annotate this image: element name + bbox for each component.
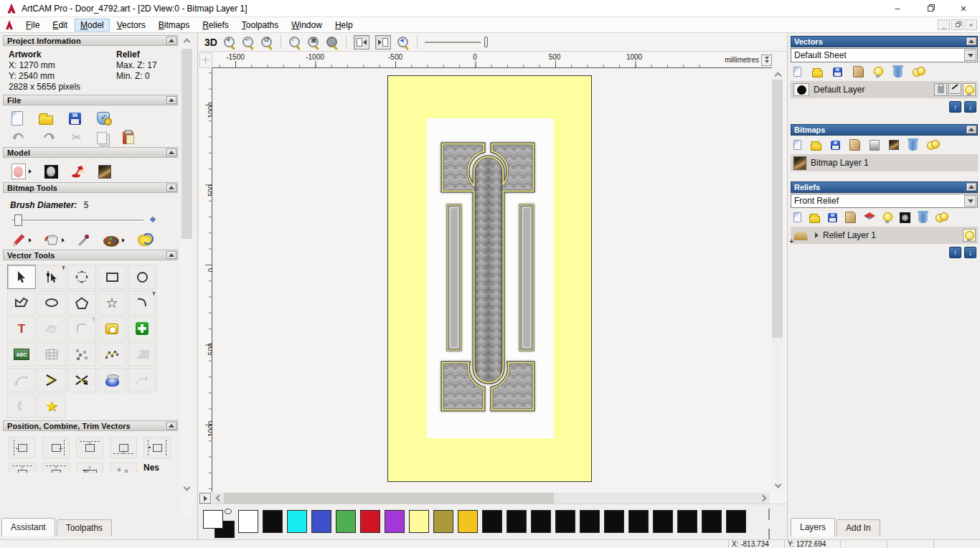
ruler-origin-button[interactable] — [199, 52, 212, 68]
layer-visibility-button[interactable] — [963, 83, 976, 96]
menu-toolpaths[interactable]: Toolpaths — [236, 19, 284, 32]
collapse-button[interactable] — [166, 251, 176, 259]
layer-visibility-button[interactable] — [963, 229, 976, 242]
assistant-scrollbar[interactable] — [181, 34, 193, 516]
tool-block-copy[interactable] — [67, 342, 96, 367]
save-layer-icon[interactable] — [831, 141, 840, 150]
new-layer-icon[interactable] — [793, 212, 801, 222]
tool-fit-vectors[interactable] — [128, 342, 156, 367]
all-layers-visibility-icon[interactable] — [927, 140, 939, 151]
model-properties-icon[interactable] — [97, 112, 110, 125]
colour-swatch[interactable] — [702, 510, 722, 533]
restore-button[interactable] — [914, 0, 947, 17]
merge-layers-icon[interactable] — [845, 212, 856, 223]
primary-secondary-colours[interactable] — [203, 510, 237, 539]
colour-picker-icon[interactable] — [77, 234, 90, 247]
menu-edit[interactable]: Edit — [47, 19, 73, 32]
colour-swatch[interactable] — [604, 510, 624, 533]
tool-align-right[interactable]: → — [42, 437, 70, 458]
menu-help[interactable]: Help — [329, 19, 359, 32]
save-layer-icon[interactable] — [833, 67, 842, 77]
flood-fill-icon[interactable] — [44, 235, 59, 246]
horizontal-scrollbar[interactable] — [212, 493, 770, 504]
tool-align-4[interactable]: Ŧ↑ — [76, 463, 103, 473]
zoom-page-icon[interactable]: ▣ — [307, 36, 320, 49]
tool-create-star[interactable]: ☆ — [98, 290, 126, 315]
adjust-model-icon[interactable] — [44, 165, 58, 179]
link-colours-icon[interactable] — [225, 509, 232, 514]
eraser-icon[interactable] — [138, 235, 152, 246]
menu-reliefs[interactable]: Reliefs — [197, 19, 235, 32]
open-layer-icon[interactable] — [809, 216, 820, 223]
open-model-icon[interactable] — [39, 115, 53, 125]
tool-fit-polyline[interactable] — [98, 342, 126, 367]
collapse-button[interactable] — [166, 96, 176, 104]
scroll-up-button[interactable] — [772, 68, 784, 80]
open-layer-icon[interactable] — [812, 70, 823, 77]
view-split-button[interactable] — [199, 493, 211, 504]
lighting-icon[interactable] — [71, 165, 85, 178]
menu-model[interactable]: Model — [75, 19, 110, 32]
tool-mirror-vectors[interactable] — [7, 394, 36, 418]
set-model-size-icon[interactable] — [11, 164, 26, 179]
zoom-in-icon[interactable]: + — [223, 36, 236, 49]
tool-spin-vectors[interactable] — [98, 368, 126, 392]
dropdown-button[interactable] — [964, 49, 976, 61]
colour-view-icon[interactable] — [889, 140, 899, 150]
paste-icon[interactable] — [123, 131, 133, 144]
menu-vectors[interactable]: Vectors — [111, 19, 151, 32]
collapse-button[interactable] — [966, 37, 976, 45]
snap-left-button[interactable] — [354, 35, 369, 49]
tool-align-top[interactable]: ↑ — [76, 437, 103, 458]
tool-text-on-curve[interactable]: ABC — [7, 342, 36, 367]
vertical-scrollbar[interactable] — [772, 68, 783, 492]
palette-scroll-up[interactable] — [768, 509, 770, 519]
greyscale-view-icon[interactable] — [870, 140, 880, 151]
expand-arrow-icon[interactable] — [815, 232, 819, 238]
delete-layer-icon[interactable] — [908, 140, 918, 151]
mdi-minimize-button[interactable]: _ — [938, 19, 950, 30]
scroll-down-button[interactable] — [772, 480, 784, 492]
colour-swatch[interactable] — [287, 510, 307, 533]
move-layer-down-button[interactable]: ↓ — [964, 247, 976, 258]
collapse-button[interactable] — [166, 422, 176, 430]
colour-swatch[interactable] — [555, 510, 575, 533]
scrollbar-thumb[interactable] — [182, 49, 192, 239]
paint-brush-icon[interactable] — [11, 234, 26, 247]
tab-assistant[interactable]: Assistant — [1, 518, 55, 537]
snap-layer-button[interactable] — [948, 83, 961, 96]
tool-node-editing[interactable]: Ŧ — [37, 265, 66, 289]
mdi-restore-button[interactable] — [951, 19, 963, 30]
zoom-slider-handle[interactable] — [484, 37, 488, 47]
colour-swatch[interactable] — [263, 510, 283, 533]
merge-layers-icon[interactable] — [849, 139, 860, 151]
tool-transform-vectors[interactable] — [67, 265, 96, 289]
tool-trim-vectors[interactable] — [67, 368, 96, 392]
tool-align-centre[interactable]: • — [143, 437, 171, 458]
collapse-button[interactable] — [166, 148, 176, 156]
zoom-out-icon[interactable]: − — [242, 36, 255, 49]
tool-join-vectors[interactable] — [37, 368, 66, 392]
tool-select-vectors[interactable] — [7, 265, 36, 289]
collapse-button[interactable] — [166, 184, 176, 192]
drawing-viewport[interactable] — [212, 68, 770, 492]
bitmap-layer-row[interactable]: Bitmap Layer 1 — [791, 154, 978, 171]
relief-select[interactable]: Front Relief — [791, 194, 978, 208]
tool-envelope-distort[interactable] — [37, 342, 66, 367]
tool-create-polyline[interactable] — [7, 290, 36, 315]
layer-colour-chip[interactable] — [793, 83, 809, 96]
colour-swatch[interactable] — [336, 510, 356, 533]
tool-align-left[interactable]: ← — [9, 437, 36, 458]
tool-align-3[interactable]: ↑ — [42, 463, 70, 473]
close-button[interactable]: × — [947, 0, 980, 17]
delete-layer-icon[interactable] — [918, 212, 928, 223]
tab-toolpaths[interactable]: Toolpaths — [57, 519, 112, 537]
colour-swatch[interactable] — [507, 510, 527, 533]
zoom-previous-icon[interactable]: ↺ — [260, 36, 273, 49]
scrollbar-thumb[interactable] — [772, 80, 783, 338]
tool-create-text[interactable]: T — [7, 316, 36, 341]
merge-layers-icon[interactable] — [853, 66, 864, 77]
tool-extend-vectors[interactable] — [128, 368, 156, 392]
colour-swatch[interactable] — [311, 510, 331, 533]
tool-offset-vectors[interactable] — [37, 316, 66, 341]
